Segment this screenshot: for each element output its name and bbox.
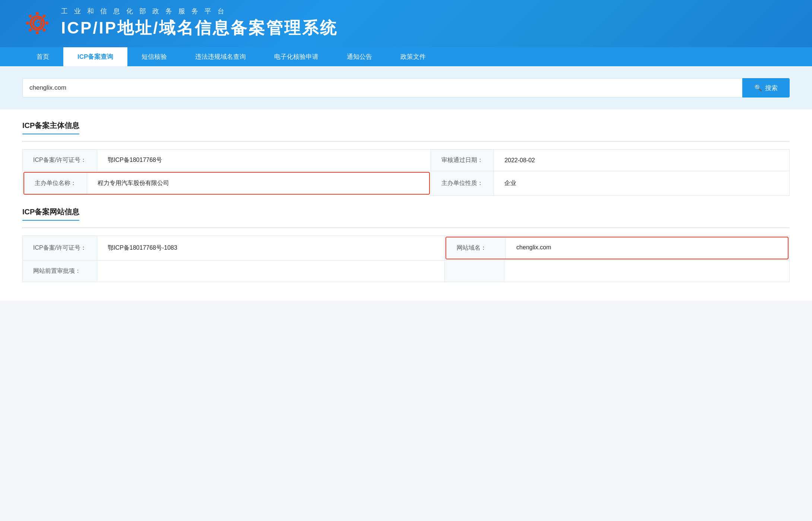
label-empty xyxy=(445,260,504,282)
main-nav: 首页 ICP备案查询 短信核验 违法违规域名查询 电子化核验申请 通知公告 政策… xyxy=(0,47,812,66)
value-icp-cert: 鄂ICP备18017768号 xyxy=(97,150,431,171)
label-website-cert: ICP备案/许可证号： xyxy=(23,236,97,260)
value-org-name: 程力专用汽车股份有限公司 xyxy=(87,173,429,194)
svg-point-4 xyxy=(36,31,39,34)
svg-point-6 xyxy=(26,22,29,25)
highlight-left-cell: 主办单位名称： 程力专用汽车股份有限公司 xyxy=(23,171,431,196)
value-approve-date: 2022-08-02 xyxy=(494,150,790,171)
value-domain: chenglix.com xyxy=(506,237,788,259)
main-content: ICP备案主体信息 ICP备案/许可证号： 鄂ICP备18017768号 审核通… xyxy=(0,109,812,301)
section-divider-2 xyxy=(22,227,790,228)
svg-point-2 xyxy=(45,22,48,25)
header-text-block: 工 业 和 信 息 化 部 政 务 服 务 平 台 ICP/IP地址/域名信息备… xyxy=(61,7,338,39)
value-org-type: 企业 xyxy=(494,171,790,196)
table-row: ICP备案/许可证号： 鄂ICP备18017768号 审核通过日期： 2022-… xyxy=(23,150,790,171)
value-empty xyxy=(504,260,790,282)
label-org-type: 主办单位性质： xyxy=(431,171,494,196)
svg-point-5 xyxy=(29,28,32,31)
table-row-website: ICP备案/许可证号： 鄂ICP备18017768号-1083 网站域名： ch… xyxy=(23,236,790,260)
table-row-highlight: 主办单位名称： 程力专用汽车股份有限公司 主办单位性质： 企业 xyxy=(23,171,790,196)
nav-item-illegal-domain[interactable]: 违法违规域名查询 xyxy=(181,47,260,66)
value-website-cert: 鄂ICP备18017768号-1083 xyxy=(97,236,445,260)
svg-point-3 xyxy=(42,28,45,31)
highlight-right-cell: 网站域名： chenglix.com xyxy=(445,236,790,260)
search-icon: 🔍 xyxy=(754,84,762,92)
page-header: 工 业 和 信 息 化 部 政 务 服 务 平 台 ICP/IP地址/域名信息备… xyxy=(0,0,812,47)
icp-subject-title: ICP备案主体信息 xyxy=(22,121,79,134)
icp-website-table: ICP备案/许可证号： 鄂ICP备18017768号-1083 网站域名： ch… xyxy=(22,236,790,282)
table-row-preapproval: 网站前置审批项： xyxy=(23,260,790,282)
header-subtitle: 工 业 和 信 息 化 部 政 务 服 务 平 台 xyxy=(61,7,338,16)
icp-website-title: ICP备案网站信息 xyxy=(22,207,79,221)
header-title: ICP/IP地址/域名信息备案管理系统 xyxy=(61,17,338,39)
value-preapproval xyxy=(97,260,445,282)
nav-item-home[interactable]: 首页 xyxy=(22,47,63,66)
search-area: 🔍 搜索 xyxy=(0,66,812,109)
search-input[interactable] xyxy=(22,78,742,98)
icp-subject-table: ICP备案/许可证号： 鄂ICP备18017768号 审核通过日期： 2022-… xyxy=(22,149,790,196)
nav-item-policy[interactable]: 政策文件 xyxy=(386,47,440,66)
logo-icon xyxy=(22,8,52,38)
search-button-label: 搜索 xyxy=(765,84,778,92)
label-domain: 网站域名： xyxy=(446,237,506,259)
nav-item-notices[interactable]: 通知公告 xyxy=(333,47,386,66)
label-preapproval: 网站前置审批项： xyxy=(23,260,97,282)
section-divider-1 xyxy=(22,141,790,142)
label-approve-date: 审核通过日期： xyxy=(431,150,494,171)
svg-point-1 xyxy=(42,15,45,17)
label-icp-cert: ICP备案/许可证号： xyxy=(23,150,97,171)
icp-subject-section: ICP备案主体信息 ICP备案/许可证号： 鄂ICP备18017768号 审核通… xyxy=(22,121,790,196)
svg-point-0 xyxy=(36,12,39,15)
nav-item-electronic-verify[interactable]: 电子化核验申请 xyxy=(260,47,333,66)
label-org-name: 主办单位名称： xyxy=(24,173,87,194)
nav-item-icp-query[interactable]: ICP备案查询 xyxy=(63,47,127,66)
search-button[interactable]: 🔍 搜索 xyxy=(742,78,790,98)
nav-item-sms-verify[interactable]: 短信核验 xyxy=(127,47,181,66)
svg-point-7 xyxy=(29,15,32,17)
icp-website-section: ICP备案网站信息 ICP备案/许可证号： 鄂ICP备18017768号-108… xyxy=(22,207,790,282)
